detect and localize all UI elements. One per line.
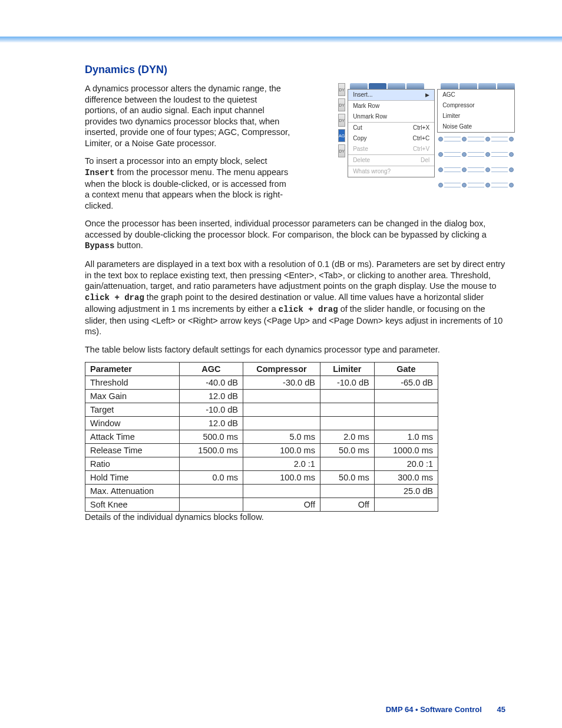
table-cell: 50.0 ms <box>320 444 374 457</box>
table-cell: 25.0 dB <box>374 485 438 498</box>
table-cell <box>179 498 243 512</box>
click-drag-keyword-1: click + drag <box>85 293 144 302</box>
context-menu-item: Mark Row <box>348 100 434 111</box>
insert-submenu-item: Noise Gate <box>438 121 514 132</box>
table-cell <box>374 417 438 430</box>
table-cell <box>243 390 320 403</box>
table-parameter-name: Attack Time <box>85 430 180 444</box>
defaults-table: ParameterAGCCompressorLimiterGateThresho… <box>85 362 438 512</box>
table-parameter-name: Max Gain <box>85 390 180 403</box>
table-cell: -10.0 dB <box>179 403 243 417</box>
wire-node-icon <box>438 137 443 141</box>
p4-text-a: All parameters are displayed in a text b… <box>85 259 505 291</box>
table-cell: -10.0 dB <box>320 376 374 390</box>
table-row: Max Gain12.0 dB <box>85 390 438 403</box>
wire-segment <box>444 152 461 157</box>
after-table-text: Details of the individual dynamics block… <box>85 512 509 523</box>
page-top-gradient <box>0 37 562 42</box>
table-row: Attack Time500.0 ms5.0 ms2.0 ms1.0 ms <box>85 430 438 444</box>
table-header: Gate <box>374 363 438 376</box>
context-menu-shortcut: Ctrl+C <box>413 134 430 143</box>
table-cell <box>320 457 374 471</box>
wire-row <box>437 133 515 146</box>
table-row: Hold Time0.0 ms100.0 ms50.0 ms300.0 ms <box>85 471 438 485</box>
wire-segment <box>491 183 508 187</box>
wire-node-icon <box>438 183 443 187</box>
p3-text-b: button. <box>114 241 143 250</box>
table-header: Limiter <box>320 363 374 376</box>
signal-flow-wires <box>437 133 515 194</box>
wire-segment <box>444 183 461 187</box>
table-cell: 1.0 ms <box>374 430 438 444</box>
context-menu: Insert...▶Mark RowUnmark RowCutCtrl+XCop… <box>348 89 435 177</box>
wire-node-icon <box>438 152 443 157</box>
context-menu-item-label: Mark Row <box>353 102 379 110</box>
processor-slot: DY <box>338 114 345 127</box>
wire-node-icon <box>485 137 490 141</box>
wire-segment <box>491 167 508 172</box>
table-cell: 1000.0 ms <box>374 444 438 457</box>
table-cell: 5.0 ms <box>243 430 320 444</box>
table-header: Compressor <box>243 363 320 376</box>
context-menu-item: Unmark Row <box>348 111 434 122</box>
table-cell: -40.0 dB <box>179 376 243 390</box>
wire-segment <box>491 137 508 141</box>
table-cell: -65.0 dB <box>374 376 438 390</box>
insert-submenu-item: AGC <box>438 90 514 100</box>
table-cell: 1500.0 ms <box>179 444 243 457</box>
processor-slot: DY <box>338 83 345 96</box>
wire-node-icon <box>485 183 490 187</box>
table-cell <box>179 457 243 471</box>
context-menu-item: PasteCtrl+V <box>348 144 434 154</box>
context-menu-shortcut: Ctrl+X <box>413 124 429 132</box>
table-cell <box>320 417 374 430</box>
table-header: AGC <box>179 363 243 376</box>
insert-submenu-item: Limiter <box>438 111 514 121</box>
processor-slot: DY <box>338 144 345 157</box>
wire-node-icon <box>462 167 467 172</box>
table-row: Threshold-40.0 dB-30.0 dB-10.0 dB-65.0 d… <box>85 376 438 390</box>
table-parameter-name: Soft Knee <box>85 498 180 512</box>
table-parameter-name: Release Time <box>85 444 180 457</box>
table-cell <box>374 390 438 403</box>
context-menu-item: CopyCtrl+C <box>348 133 434 144</box>
table-cell: Off <box>243 498 320 512</box>
insert-keyword: Insert <box>85 168 114 177</box>
footer-title: DMP 64 • Software Control <box>386 705 482 714</box>
wire-node-icon <box>509 137 514 141</box>
wire-row <box>437 148 515 161</box>
table-cell: 2.0 :1 <box>243 457 320 471</box>
table-row: Release Time1500.0 ms100.0 ms50.0 ms1000… <box>85 444 438 457</box>
wire-row <box>437 163 515 176</box>
table-cell: Off <box>320 498 374 512</box>
table-cell: -30.0 dB <box>243 376 320 390</box>
table-cell: 12.0 dB <box>179 417 243 430</box>
figure-tabs-right <box>437 83 515 89</box>
table-parameter-name: Max. Attenuation <box>85 485 180 498</box>
table-cell <box>243 417 320 430</box>
paragraph-4: All parameters are displayed in a text b… <box>85 259 509 337</box>
table-cell: 12.0 dB <box>179 390 243 403</box>
paragraph-3: Once the processor has been inserted, in… <box>85 218 509 252</box>
wire-node-icon <box>462 137 467 141</box>
wire-segment <box>468 167 484 172</box>
processor-slot-column: DYDYDYAGDY <box>338 83 345 194</box>
paragraph-5: The table below lists factory default se… <box>85 344 509 355</box>
table-parameter-name: Window <box>85 417 180 430</box>
wire-segment <box>468 137 484 141</box>
context-menu-item: CutCtrl+X <box>348 122 434 133</box>
table-cell: 100.0 ms <box>243 444 320 457</box>
section-title: Dynamics (DYN) <box>85 64 509 76</box>
wire-segment <box>444 167 461 172</box>
context-menu-shortcut: Ctrl+V <box>413 145 429 153</box>
table-row: Window12.0 dB <box>85 417 438 430</box>
table-cell: 20.0 :1 <box>374 457 438 471</box>
wire-node-icon <box>438 167 443 172</box>
p2-text-a: To insert a processor into an empty bloc… <box>85 156 267 166</box>
table-parameter-name: Hold Time <box>85 471 180 485</box>
table-cell <box>374 403 438 417</box>
context-menu-item-label: Whats wrong? <box>353 167 391 176</box>
table-row: Max. Attenuation25.0 dB <box>85 485 438 498</box>
wire-segment <box>444 137 461 141</box>
table-cell: 0.0 ms <box>179 471 243 485</box>
